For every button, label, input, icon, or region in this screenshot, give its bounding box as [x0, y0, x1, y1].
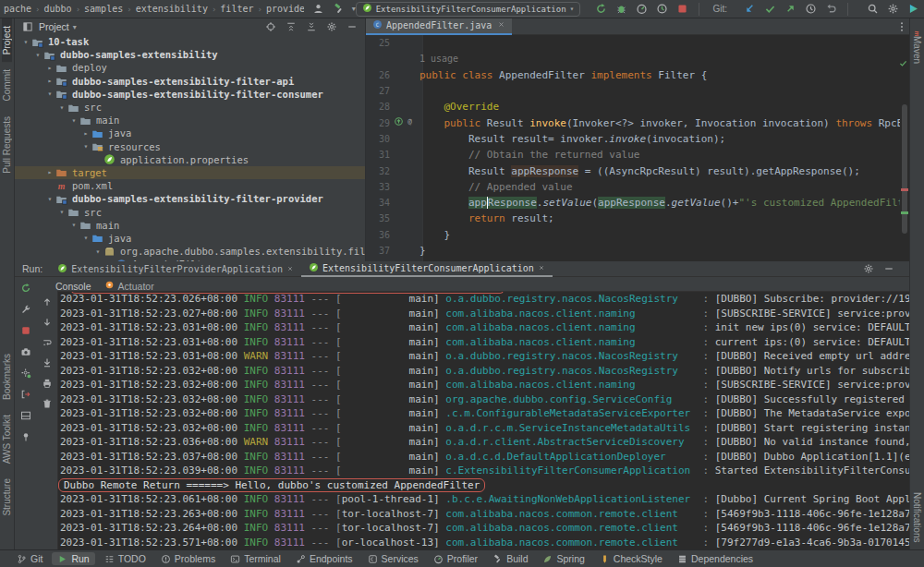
statusbar-item-dependencies[interactable]: Dependencies	[672, 552, 759, 565]
push-icon[interactable]	[783, 2, 797, 17]
tree-item[interactable]: ▾main	[15, 219, 365, 232]
tree-item[interactable]: ▾org.apache.dubbo.samples.extensibility.…	[15, 245, 365, 258]
statusbar-item-todo[interactable]: TODO	[99, 552, 152, 565]
statusbar-item-build[interactable]: Build	[487, 552, 533, 565]
toolwindow-button-project[interactable]: Project	[2, 18, 12, 62]
commit-icon[interactable]	[762, 2, 777, 17]
chevron-down-icon[interactable]: ▾	[68, 221, 79, 229]
toolwindow-button-notifications[interactable]: Notifications	[912, 485, 922, 549]
override-icon[interactable]	[394, 116, 404, 129]
chevron-down-icon[interactable]: ▾	[80, 142, 91, 151]
gear-icon[interactable]	[324, 19, 339, 34]
search-icon[interactable]	[865, 2, 880, 17]
run-tab[interactable]: ExtensibilityFilterConsumerApplication	[301, 261, 553, 277]
toolwindow-button-pull-requests[interactable]: Pull Requests	[2, 109, 12, 181]
tree-item[interactable]: ▾java	[15, 232, 365, 245]
tree-item[interactable]: mpom.xml	[15, 179, 365, 192]
print-icon[interactable]	[40, 376, 55, 391]
statusbar-item-git[interactable]: Git	[11, 552, 48, 565]
chevron-down-icon[interactable]: ▾	[68, 116, 79, 125]
usage-hint[interactable]: 1 usage	[419, 54, 458, 64]
chevron-down-icon[interactable]: ▾	[56, 103, 67, 112]
statusbar-item-services[interactable]: Services	[362, 552, 424, 565]
tree-item[interactable]: ▾dubbo-samples-extensibility-filter-prov…	[15, 192, 365, 205]
statusbar-item-profiler[interactable]: Profiler	[428, 552, 483, 565]
statusbar-item-run[interactable]: Run	[52, 552, 94, 565]
debug-icon[interactable]	[614, 2, 628, 17]
vcs-stripe-mark[interactable]	[901, 211, 908, 214]
breadcrumb-item[interactable]: pache	[4, 4, 31, 14]
minimize-icon[interactable]	[881, 261, 896, 276]
chevron-down-icon[interactable]: ▾	[32, 51, 43, 59]
scrollend-icon[interactable]	[40, 356, 55, 370]
close-icon[interactable]	[497, 20, 505, 30]
error-stripe-mark[interactable]	[901, 188, 908, 191]
tree-item[interactable]: ▸java	[15, 127, 365, 139]
stop-icon[interactable]	[675, 2, 689, 17]
tree-item[interactable]: ▾resources	[15, 140, 365, 153]
breadcrumb-item[interactable]: extensibility	[136, 4, 208, 14]
run-tab[interactable]: ExtensibilityFilterProviderApplication	[50, 261, 301, 277]
stop-icon[interactable]	[18, 323, 33, 338]
more-icon[interactable]	[894, 19, 909, 34]
gear-icon[interactable]	[861, 261, 876, 276]
chevron-down-icon[interactable]: ▾	[56, 208, 67, 216]
user-icon[interactable]	[311, 2, 326, 17]
profiler-icon[interactable]	[634, 2, 649, 17]
logo-icon[interactable]	[906, 2, 920, 17]
rungear-icon[interactable]	[18, 366, 33, 380]
tree-item[interactable]: ▸deploy	[15, 61, 365, 74]
console-output[interactable]: 2023-01-31T18:52:23.026+08:00 INFO 83111…	[57, 291, 909, 549]
toolwindow-button-commit[interactable]: Commit	[2, 62, 12, 108]
code-area[interactable]: 251 usage26public class AppendedFilter i…	[366, 35, 900, 261]
breadcrumb-item[interactable]: dubbo	[44, 4, 72, 14]
editor-tab[interactable]: CAppendedFilter.java	[366, 18, 512, 35]
pin-icon[interactable]	[18, 429, 33, 444]
statusbar-item-terminal[interactable]: Terminal	[225, 552, 286, 565]
scrollbar-thumb[interactable]	[902, 104, 907, 234]
chevron-down-icon[interactable]: ▾	[92, 247, 103, 256]
tree-item[interactable]: ▾10-task	[15, 35, 365, 48]
locate-icon[interactable]	[263, 19, 278, 34]
chevron-right-icon[interactable]: ▸	[80, 129, 91, 138]
chevron-down-icon[interactable]: ▾	[73, 23, 77, 31]
update-icon[interactable]	[742, 2, 757, 17]
expand-all-icon[interactable]	[304, 19, 319, 34]
history-icon[interactable]	[803, 2, 818, 17]
breadcrumb-item[interactable]: filter	[220, 4, 253, 14]
rerun-icon[interactable]	[593, 2, 608, 17]
trash-icon[interactable]	[40, 396, 55, 411]
chevron-right-icon[interactable]: ▸	[44, 64, 55, 72]
toolwindow-button-maven[interactable]: mMaven	[912, 18, 923, 71]
toolwindow-button-bookmarks[interactable]: Bookmarks	[2, 346, 12, 407]
wrench-icon[interactable]	[18, 302, 33, 317]
statusbar-item-checkstyle[interactable]: CheckStyle	[594, 552, 668, 565]
breadcrumb-item[interactable]: provider	[266, 4, 304, 14]
toolwindow-button-structure[interactable]: Structure	[2, 471, 12, 524]
statusbar-item-spring[interactable]: Spring	[537, 552, 590, 565]
collapse-all-icon[interactable]	[284, 19, 298, 34]
rerun-icon[interactable]	[18, 281, 33, 296]
chevron-right-icon[interactable]: ▸	[44, 77, 55, 85]
tree-item[interactable]: ▾dubbo-samples-extensibility-filter-cons…	[15, 88, 365, 101]
layout-icon[interactable]	[18, 408, 33, 423]
tree-item[interactable]: ▸target	[15, 166, 365, 179]
tree-item[interactable]: ▾src	[15, 205, 365, 218]
statusbar-item-endpoints[interactable]: Endpoints	[290, 552, 359, 565]
editor-scrollbar[interactable]	[900, 35, 909, 261]
toolwindow-button-aws-toolkit[interactable]: AWS Toolkit	[2, 407, 12, 471]
down-icon[interactable]	[40, 315, 55, 330]
tree-item[interactable]: ▾src	[15, 101, 365, 114]
inspections-ok-icon[interactable]	[898, 55, 908, 72]
chevron-down-icon[interactable]: ▾	[44, 195, 55, 203]
run-configuration-select[interactable]: ExtensibilityFilterConsumerApplication▾	[356, 2, 581, 17]
chevron-down-icon[interactable]: ▾	[44, 90, 55, 98]
statusbar-item-problems[interactable]: Problems	[155, 552, 221, 565]
camera-icon[interactable]	[18, 344, 33, 359]
close-icon[interactable]	[538, 263, 545, 273]
subtab-console[interactable]: Console	[55, 281, 91, 292]
chevron-down-icon[interactable]: ▾	[80, 234, 91, 242]
softwrap-icon[interactable]	[40, 335, 55, 350]
tree-item[interactable]: ▾dubbo-samples-extensibility	[15, 48, 365, 61]
up-icon[interactable]	[40, 295, 55, 309]
